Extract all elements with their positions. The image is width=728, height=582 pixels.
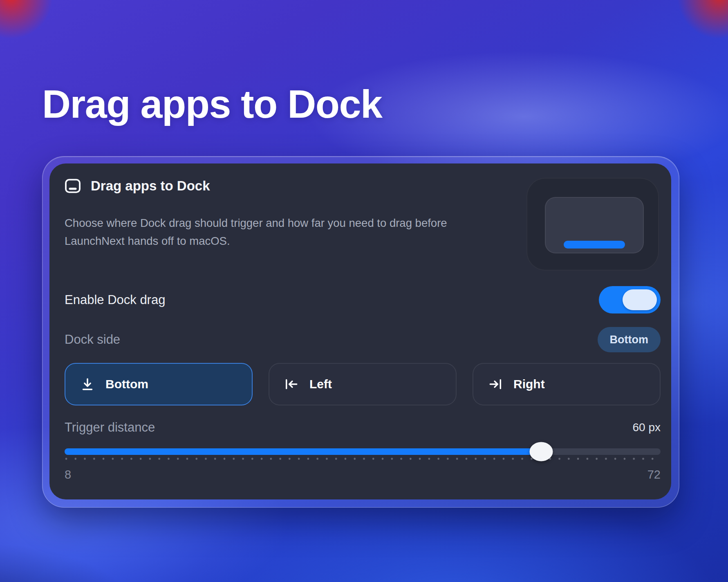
dock-side-row: Dock side Bottom: [65, 327, 661, 352]
dock-side-label: Dock side: [65, 332, 120, 347]
dock-side-option-label: Left: [309, 377, 332, 391]
trigger-distance-value: 60 px: [633, 421, 661, 434]
arrow-right-to-line-icon: [488, 377, 503, 392]
dock-side-value-badge: Bottom: [598, 327, 661, 352]
drag-apps-to-dock-card: Drag apps to Dock Choose where Dock drag…: [49, 163, 671, 499]
dock-side-option-label: Right: [513, 377, 545, 391]
arrow-down-to-line-icon: [80, 377, 95, 392]
toggle-thumb: [623, 289, 657, 310]
dock-side-option-right[interactable]: Right: [473, 363, 661, 405]
dock-side-option-bottom[interactable]: Bottom: [65, 363, 253, 405]
enable-dock-drag-toggle[interactable]: [599, 286, 661, 313]
enable-dock-drag-label: Enable Dock drag: [65, 293, 165, 307]
dock-side-option-left[interactable]: Left: [269, 363, 457, 405]
trigger-distance-label: Trigger distance: [65, 420, 155, 435]
card-description: Choose where Dock drag should trigger an…: [65, 214, 449, 250]
dock-position-preview: [526, 178, 659, 271]
slider-tick-marks: [65, 457, 661, 461]
preview-dock-bar: [564, 241, 625, 248]
slider-min-label: 8: [65, 468, 71, 481]
slider-range-labels: 8 72: [65, 467, 661, 482]
dock-side-options: Bottom Left Right: [65, 363, 661, 405]
preview-screen: [545, 197, 644, 253]
page-title: Drag apps to Dock: [42, 81, 382, 127]
dock-side-option-label: Bottom: [105, 377, 148, 391]
card-title: Drag apps to Dock: [91, 178, 210, 194]
arrow-left-to-line-icon: [284, 377, 299, 392]
enable-dock-drag-row: Enable Dock drag: [65, 286, 661, 313]
slider-fill: [65, 448, 541, 455]
trigger-distance-row: Trigger distance 60 px: [65, 419, 661, 436]
dock-panel-icon: [65, 179, 81, 193]
card-header: Drag apps to Dock: [65, 178, 210, 194]
slider-max-label: 72: [647, 468, 661, 481]
desktop-wallpaper: { "page": { "heading": "Drag apps to Doc…: [0, 0, 728, 582]
